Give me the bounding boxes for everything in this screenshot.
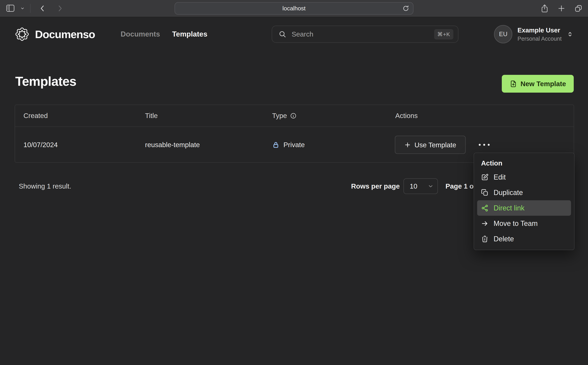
cell-title: reusable-template: [145, 141, 200, 149]
row-actions-menu-button[interactable]: [476, 141, 493, 149]
rows-per-page-value: 10: [410, 182, 417, 190]
chevrons-up-down-icon: [567, 31, 573, 37]
row-action-dropdown: Action Edit Duplicate: [474, 153, 574, 250]
menu-item-label: Edit: [494, 173, 506, 181]
tab-overview-icon[interactable]: [574, 4, 582, 13]
main-nav: Documents Templates: [120, 30, 207, 38]
search-shortcut-badge: ⌘+K: [434, 29, 453, 40]
menu-item-edit[interactable]: Edit: [477, 169, 571, 185]
file-plus-icon: [510, 80, 517, 88]
search-placeholder: Search: [292, 30, 429, 38]
lock-icon: [272, 141, 280, 148]
table-header-row: Created Title Type Actions: [15, 105, 574, 127]
page-title: Templates: [15, 74, 77, 89]
menu-item-direct-link[interactable]: Direct link: [477, 200, 571, 216]
cell-type: Private: [272, 141, 305, 149]
share-nodes-icon: [481, 204, 489, 212]
menu-item-delete[interactable]: Delete: [477, 231, 571, 246]
new-template-label: New Template: [521, 80, 566, 88]
plus-icon: [404, 141, 411, 148]
new-template-button[interactable]: New Template: [502, 75, 574, 93]
search-icon: [279, 30, 286, 38]
menu-item-move-to-team[interactable]: Move to Team: [477, 216, 571, 231]
menu-item-label: Delete: [494, 235, 514, 243]
forward-button[interactable]: [56, 5, 64, 12]
column-header-created: Created: [23, 112, 48, 119]
column-header-type: Type: [272, 112, 297, 119]
address-bar-url: localhost: [283, 5, 305, 12]
use-template-button[interactable]: Use Template: [395, 136, 466, 154]
share-icon[interactable]: [541, 4, 548, 13]
edit-icon: [481, 174, 489, 181]
reload-icon[interactable]: [403, 5, 409, 12]
brand[interactable]: Documenso: [15, 27, 95, 42]
rows-per-page-label: Rows per page: [351, 182, 400, 190]
user-account-type: Personal Account: [517, 35, 562, 42]
menu-item-label: Direct link: [494, 204, 524, 212]
menu-item-label: Duplicate: [494, 189, 523, 197]
use-template-label: Use Template: [414, 141, 456, 149]
duplicate-icon: [481, 189, 489, 196]
nav-item-documents[interactable]: Documents: [120, 30, 160, 38]
column-header-title: Title: [145, 112, 158, 119]
menu-heading: Action: [477, 157, 571, 169]
nav-item-templates[interactable]: Templates: [172, 30, 207, 38]
arrow-right-icon: [481, 220, 489, 227]
chevron-down-icon: [428, 183, 433, 189]
toolbar-divider: [30, 4, 30, 13]
address-bar[interactable]: localhost: [175, 2, 413, 15]
trash-icon: [481, 235, 489, 243]
back-button[interactable]: [39, 5, 46, 12]
browser-toolbar: localhost: [0, 0, 588, 17]
menu-item-duplicate[interactable]: Duplicate: [477, 185, 571, 200]
new-tab-icon[interactable]: [558, 5, 565, 12]
brand-name: Documenso: [35, 28, 95, 41]
avatar: EU: [494, 25, 512, 43]
user-menu[interactable]: EU Example User Personal Account: [494, 25, 573, 43]
results-count: Showing 1 result.: [19, 182, 71, 190]
app-header: Documenso Documents Templates Search ⌘+K…: [0, 17, 588, 51]
type-label: Private: [283, 141, 305, 149]
search-input[interactable]: Search ⌘+K: [272, 26, 458, 43]
sidebar-chevron-icon[interactable]: [20, 6, 25, 11]
info-icon[interactable]: [290, 112, 297, 119]
documenso-logo-icon: [15, 27, 29, 42]
rows-per-page-select[interactable]: 10: [404, 178, 438, 194]
menu-item-label: Move to Team: [494, 219, 538, 228]
sidebar-toggle-icon[interactable]: [6, 5, 15, 12]
cell-created: 10/07/2024: [23, 141, 58, 149]
user-name: Example User: [517, 27, 562, 34]
column-header-actions: Actions: [395, 112, 418, 119]
